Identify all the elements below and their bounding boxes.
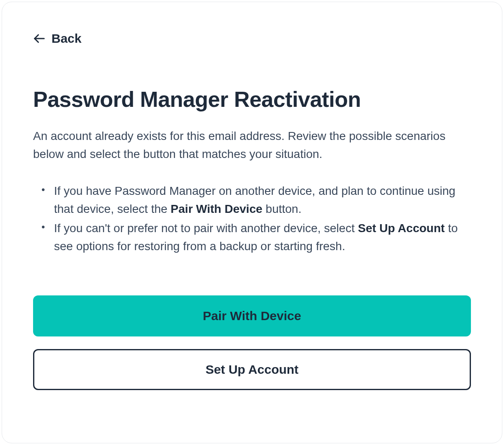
button-group: Pair With Device Set Up Account [33, 295, 471, 390]
list-item: If you have Password Manager on another … [51, 182, 471, 218]
dialog-card: Back Password Manager Reactivation An ac… [2, 2, 502, 443]
list-item-bold: Set Up Account [358, 222, 445, 235]
set-up-account-button[interactable]: Set Up Account [33, 349, 471, 390]
list-item: If you can't or prefer not to pair with … [51, 219, 471, 256]
list-item-text-post: button. [262, 202, 301, 215]
pair-with-device-button[interactable]: Pair With Device [33, 295, 471, 336]
back-link[interactable]: Back [33, 31, 82, 46]
scenario-list: If you have Password Manager on another … [33, 182, 471, 256]
page-title: Password Manager Reactivation [33, 87, 471, 112]
list-item-bold: Pair With Device [171, 202, 262, 215]
back-label: Back [51, 31, 82, 46]
list-item-text-pre: If you can't or prefer not to pair with … [54, 222, 358, 235]
arrow-left-icon [33, 32, 46, 45]
description-text: An account already exists for this email… [33, 127, 471, 163]
